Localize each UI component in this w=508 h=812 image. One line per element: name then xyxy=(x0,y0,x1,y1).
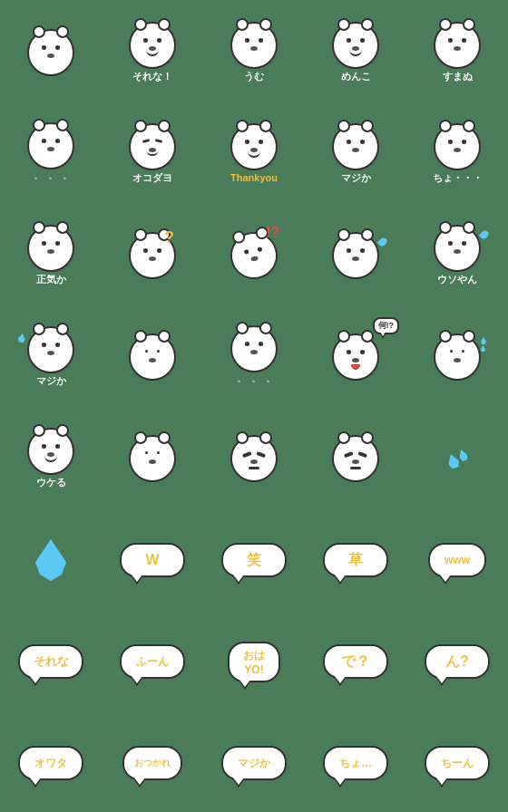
bubble-sorena: それな xyxy=(18,644,83,679)
cell-4-4[interactable]: 何!? xyxy=(305,304,406,406)
bubble-de: で？ xyxy=(323,644,388,679)
bear-face xyxy=(27,122,74,169)
cell-1-2[interactable]: それな！ xyxy=(102,0,203,102)
bear-face xyxy=(332,232,379,279)
cell-label: それな！ xyxy=(132,71,172,82)
cell-label: すまぬ xyxy=(443,71,473,82)
bear-face: !? xyxy=(230,232,278,279)
bear-face xyxy=(27,428,74,475)
bubble-www: www xyxy=(428,543,486,577)
bear-with-nani: 何!? xyxy=(332,334,379,381)
cell-7-4[interactable]: で？ xyxy=(305,609,406,710)
emoji-grid: それな！ うむ めんこ xyxy=(0,0,508,812)
cell-5-2[interactable] xyxy=(102,406,203,508)
cell-1-4[interactable]: めんこ xyxy=(305,0,406,102)
cell-5-3[interactable] xyxy=(203,406,305,508)
cell-label: うむ xyxy=(244,71,264,82)
cell-2-5[interactable]: ちょ・・・ xyxy=(406,102,508,203)
cell-3-4[interactable] xyxy=(305,203,406,304)
cell-6-4[interactable]: 草 xyxy=(305,508,406,609)
bubble-otsukare: おつかれ xyxy=(122,746,182,780)
bubble-fuun: ふーん xyxy=(120,644,185,679)
cell-1-1[interactable] xyxy=(0,0,102,102)
bear-face xyxy=(129,22,176,69)
cell-2-3[interactable]: Thankyou xyxy=(203,102,305,203)
bear-face xyxy=(129,123,176,170)
cell-8-1[interactable]: オワタ xyxy=(0,710,102,812)
cell-4-3[interactable]: ・・・ xyxy=(203,304,305,406)
bear-face xyxy=(230,22,278,69)
bubble-laugh: 笑 xyxy=(221,543,287,577)
bubble-majika: マジか xyxy=(221,746,287,780)
cell-label: めんこ xyxy=(341,71,371,82)
sweat-drop-icon xyxy=(379,237,386,246)
cell-2-4[interactable]: マジか xyxy=(305,102,406,203)
bubble-chiin: ちーん xyxy=(425,746,490,780)
cell-6-5[interactable]: www xyxy=(406,508,508,609)
bear-face xyxy=(230,325,278,372)
bear-face xyxy=(434,22,481,69)
water-drop-large xyxy=(35,539,66,581)
cell-8-3[interactable]: マジか xyxy=(203,710,305,812)
bear-face: ? xyxy=(129,232,176,279)
cell-6-2[interactable]: W xyxy=(102,508,203,609)
angry-bear-face xyxy=(230,435,278,482)
sweat-drop-left-icon xyxy=(17,334,26,343)
bubble-ohayo: おは YO! xyxy=(228,642,280,682)
bear-face xyxy=(27,29,74,76)
cell-8-4[interactable]: ちょ… xyxy=(305,710,406,812)
bear-face xyxy=(434,123,481,170)
bubble-w: W xyxy=(120,543,185,577)
cell-3-5[interactable]: ウソやん xyxy=(406,203,508,304)
bear-face xyxy=(434,225,481,272)
bubble-cho: ちょ… xyxy=(323,746,388,780)
cell-3-2[interactable]: ? xyxy=(102,203,203,304)
cell-8-2[interactable]: おつかれ xyxy=(102,710,203,812)
cell-4-2[interactable] xyxy=(102,304,203,406)
bubble-kusa: 草 xyxy=(323,543,388,577)
cell-7-5[interactable]: ん? xyxy=(406,609,508,710)
bear-face xyxy=(332,123,379,170)
thankyou-label: Thankyou xyxy=(230,172,278,184)
bear-face xyxy=(332,22,379,69)
cell-1-5[interactable]: すまぬ xyxy=(406,0,508,102)
cell-5-5[interactable] xyxy=(406,406,508,508)
cell-label: ちょ・・・ xyxy=(433,172,483,184)
two-drops-icon xyxy=(481,337,486,352)
cell-3-1[interactable]: 正気か xyxy=(0,203,102,304)
cell-7-1[interactable]: それな xyxy=(0,609,102,710)
cell-6-3[interactable]: 笑 xyxy=(203,508,305,609)
cell-label: オコダヨ xyxy=(132,172,172,184)
cell-5-1[interactable]: ウケる xyxy=(0,406,102,508)
angry-bear-face-2 xyxy=(332,435,379,482)
cell-label: ウケる xyxy=(36,477,66,488)
cell-3-3[interactable]: !? xyxy=(203,203,305,304)
cell-6-1[interactable] xyxy=(0,508,102,609)
cell-label: マジか xyxy=(341,172,371,184)
cell-7-3[interactable]: おは YO! xyxy=(203,609,305,710)
cell-label: 正気か xyxy=(36,274,66,285)
exclaim-question-icon: !? xyxy=(266,225,279,241)
cell-1-3[interactable]: うむ xyxy=(203,0,305,102)
cell-label: ・・・ xyxy=(232,374,276,390)
cell-8-5[interactable]: ちーん xyxy=(406,710,508,812)
cell-7-2[interactable]: ふーん xyxy=(102,609,203,710)
sweat-drop-icon xyxy=(481,230,488,239)
bear-with-sweat xyxy=(27,326,74,373)
bubble-owata: オワタ xyxy=(18,746,83,780)
bear-face xyxy=(129,435,176,482)
bubble-n: ん? xyxy=(425,644,490,679)
cell-label: マジか xyxy=(36,375,66,387)
cell-2-1[interactable]: ・・・ xyxy=(0,102,102,203)
bear-face xyxy=(230,123,278,170)
cell-label: ウソやん xyxy=(437,274,477,285)
bear-face xyxy=(27,225,74,272)
cell-4-1[interactable]: マジか xyxy=(0,304,102,406)
bear-face xyxy=(129,334,176,381)
question-mark-icon: ? xyxy=(164,228,174,247)
cell-2-2[interactable]: オコダヨ xyxy=(102,102,203,203)
nani-bubble-icon: 何!? xyxy=(373,317,400,334)
bear-face xyxy=(434,334,481,381)
cell-5-4[interactable] xyxy=(305,406,406,508)
cell-4-5[interactable] xyxy=(406,304,508,406)
